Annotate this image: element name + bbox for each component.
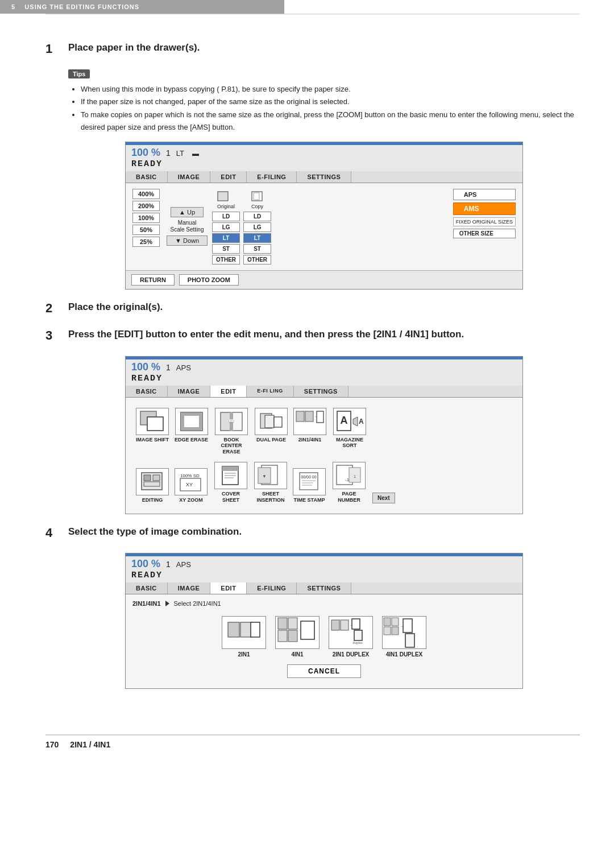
- svg-rect-55: [278, 630, 287, 642]
- svg-rect-21: [317, 411, 323, 423]
- image-shift-item[interactable]: IMAGE SHIFT: [136, 408, 169, 455]
- zoom-down-btn[interactable]: ▼ Down: [167, 235, 208, 246]
- editing-icon-box: [136, 468, 169, 495]
- return-btn[interactable]: RETURN: [131, 274, 175, 286]
- aps-btn[interactable]: APS: [453, 189, 516, 200]
- step-4-title: Select the type of image combination.: [68, 526, 242, 538]
- header-section-title: USING THE EDITING FUNCTIONS: [24, 3, 139, 10]
- panel3-triangle: [165, 601, 169, 606]
- time-stamp-item[interactable]: 00/00 00 TIME STAMP: [293, 468, 326, 503]
- copy-icon: [251, 191, 264, 202]
- book-center-erase-item[interactable]: 📖 BOOK CENTERERASE: [214, 408, 249, 455]
- combo-4in1-label: 4IN1: [291, 651, 303, 658]
- orig-LG[interactable]: LG: [212, 222, 240, 232]
- cancel-btn[interactable]: CANCEL: [287, 664, 361, 678]
- tab-edit-p3[interactable]: EDIT: [210, 582, 247, 594]
- cover-sheet-item[interactable]: COVER SHEET: [213, 462, 248, 503]
- zoom-400[interactable]: 400%: [132, 189, 160, 199]
- copy-ST[interactable]: ST: [243, 244, 271, 254]
- combo-4in1-duplex-item[interactable]: → 4IN1 DUPLEX: [382, 616, 426, 658]
- svg-text:00/00 00: 00/00 00: [301, 475, 316, 479]
- dual-page-icon-box: →: [255, 408, 288, 435]
- time-stamp-label: TIME STAMP: [294, 497, 325, 503]
- tab-edit-p2[interactable]: EDIT: [210, 386, 247, 397]
- combo-2in1-item[interactable]: → 2IN1: [222, 616, 266, 658]
- svg-rect-50: [240, 622, 252, 637]
- orig-ST[interactable]: ST: [212, 244, 240, 254]
- tab-image-p3[interactable]: IMAGE: [168, 582, 211, 594]
- tips-label: Tips: [68, 69, 90, 78]
- svg-rect-27: [153, 475, 160, 481]
- orig-LT[interactable]: LT: [212, 233, 240, 243]
- edge-erase-item[interactable]: EDGE ERASE: [175, 408, 208, 455]
- step-2-number: 2: [45, 301, 61, 316]
- tab-efiling-p2[interactable]: E-FI LING: [247, 386, 294, 397]
- svg-rect-4: [147, 417, 163, 431]
- svg-text:▼: ▼: [262, 474, 267, 479]
- tab-basic-p1[interactable]: BASIC: [126, 171, 168, 183]
- page-number-item[interactable]: -1- 1 PAGE NUMBER: [331, 462, 367, 503]
- panel3-count: 1: [166, 560, 171, 569]
- panel2-media: APS: [176, 363, 191, 372]
- zoom-200[interactable]: 200%: [132, 201, 160, 211]
- combo-4in1-item[interactable]: → 4IN1: [275, 616, 320, 658]
- xy-zoom-icon: 100% SD XY: [178, 470, 204, 493]
- other-size-btn[interactable]: OTHER SIZE: [453, 229, 516, 238]
- sheet-insertion-item[interactable]: ▼ SHEETINSERTION: [254, 462, 287, 503]
- panel2-ready-text: READY: [131, 374, 163, 383]
- copy-OTHER[interactable]: OTHER: [243, 255, 271, 264]
- magazine-sort-item[interactable]: A A MAGAZINE SORT: [332, 408, 367, 455]
- panel3-ready-text: READY: [131, 571, 163, 580]
- combo-4in1-icon: →: [277, 617, 318, 648]
- editing-item[interactable]: EDITING: [136, 468, 169, 503]
- combo-2in1-duplex-item[interactable]: → duplex 2IN1 DUPLEX: [329, 616, 373, 658]
- tab-basic-p3[interactable]: BASIC: [126, 582, 168, 594]
- zoom-up-btn[interactable]: ▲ Up: [171, 207, 204, 217]
- panel1-tab-row: BASIC IMAGE EDIT E-FILING SETTINGS: [126, 171, 522, 183]
- copy-LT[interactable]: LT: [243, 233, 271, 243]
- copy-LD[interactable]: LD: [243, 212, 271, 221]
- panel-2: 100 % 1 APS READY BASIC IMAGE EDIT E-FI …: [125, 356, 523, 514]
- dual-page-item[interactable]: → DUAL PAGE: [255, 408, 288, 455]
- tab-image-p1[interactable]: IMAGE: [168, 171, 211, 183]
- zoom-50[interactable]: 50%: [132, 225, 160, 235]
- tab-basic-p2[interactable]: BASIC: [126, 386, 168, 397]
- cover-sheet-label: COVER SHEET: [213, 491, 248, 503]
- tab-settings-p1[interactable]: SETTINGS: [297, 171, 351, 183]
- zoom-100[interactable]: 100%: [132, 213, 160, 223]
- svg-rect-70: [403, 619, 412, 633]
- header-bar: 5 USING THE EDITING FUNCTIONS: [0, 0, 284, 14]
- zoom-buttons: 400% 200% 100% 50% 25%: [132, 189, 160, 264]
- tab-edit-p1[interactable]: EDIT: [210, 171, 247, 183]
- page-number-icon-box: -1- 1: [333, 462, 366, 489]
- svg-rect-71: [405, 634, 414, 647]
- original-size-col: LD LG LT ST OTHER: [212, 212, 240, 264]
- photo-zoom-btn[interactable]: PHOTO ZOOM: [179, 274, 239, 286]
- orig-OTHER[interactable]: OTHER: [212, 255, 240, 264]
- next-btn[interactable]: Next: [372, 493, 395, 503]
- 2in1-4in1-item[interactable]: → 2IN1/4IN1: [293, 408, 326, 455]
- orig-copy-row: Original LD LG LT ST OTHER: [212, 191, 271, 264]
- tab-efiling-p1[interactable]: E-FILING: [247, 171, 297, 183]
- ams-btn[interactable]: AMS: [453, 202, 516, 215]
- cover-sheet-icon-box: [214, 462, 247, 489]
- xy-zoom-label: XY ZOOM: [179, 497, 202, 503]
- original-icon: [217, 191, 230, 202]
- zoom-25[interactable]: 25%: [132, 237, 160, 247]
- tab-image-p2[interactable]: IMAGE: [168, 386, 211, 397]
- panel3-body: 2IN1/4IN1 Select 2IN1/4IN1 →: [126, 594, 522, 688]
- tab-settings-p2[interactable]: SETTINGS: [294, 386, 349, 397]
- panel-1-header: 100 % 1 LT ▬: [126, 145, 522, 159]
- dual-page-label: DUAL PAGE: [256, 437, 286, 443]
- svg-text:XY: XY: [186, 482, 193, 487]
- step-2: 2 Place the original(s).: [45, 301, 580, 316]
- orig-LD[interactable]: LD: [212, 212, 240, 221]
- original-label: Original: [217, 191, 235, 209]
- xy-zoom-item[interactable]: 100% SD XY XY ZOOM: [175, 468, 208, 503]
- tab-efiling-p3[interactable]: E-FILING: [247, 582, 297, 594]
- 2in1-4in1-icon-box: →: [293, 408, 326, 435]
- zoom-middle: Original LD LG LT ST OTHER: [212, 189, 271, 264]
- tab-settings-p3[interactable]: SETTINGS: [297, 582, 351, 594]
- copy-LG[interactable]: LG: [243, 222, 271, 232]
- svg-rect-26: [144, 475, 151, 481]
